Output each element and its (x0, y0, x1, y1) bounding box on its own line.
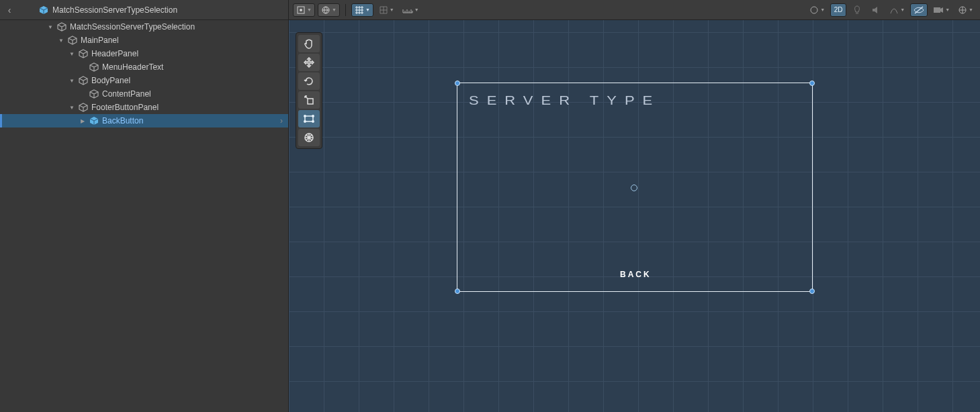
visibility-button[interactable] (910, 3, 928, 17)
lightbulb-icon (853, 5, 861, 15)
lighting-button[interactable] (849, 3, 865, 17)
ruler-button[interactable]: ▼ (400, 3, 422, 17)
gameobject-cube-icon (57, 22, 66, 32)
transform-icon (304, 132, 314, 143)
shading-mode-button[interactable]: ▼ (293, 3, 315, 17)
audio-icon (871, 5, 881, 15)
expand-right-icon[interactable] (79, 117, 86, 124)
hierarchy-row[interactable]: MenuHeaderText (0, 60, 288, 74)
gameobject-cube-icon (79, 49, 88, 58)
back-icon[interactable]: ‹ (0, 5, 19, 15)
hierarchy-row[interactable]: HeaderPanel (0, 47, 288, 60)
move-tool-button[interactable] (298, 54, 320, 71)
chevron-down-icon: ▼ (969, 7, 973, 12)
expand-down-icon[interactable] (69, 104, 75, 111)
svg-point-1 (300, 9, 302, 11)
gizmo-icon (958, 5, 967, 15)
gameobject-cube-icon (79, 76, 88, 85)
tool-palette (296, 32, 322, 149)
transform-tool-button[interactable] (298, 129, 320, 146)
svg-point-3 (811, 7, 817, 13)
grid-snap-button[interactable]: ▼ (351, 3, 373, 17)
ruler-icon (402, 6, 413, 14)
camera-button[interactable]: ▼ (930, 3, 952, 17)
rect-tool-button[interactable] (298, 110, 320, 127)
grid-dots-icon (379, 5, 388, 15)
prefab-cube-icon (89, 116, 99, 125)
pivot-gizmo[interactable] (631, 185, 637, 191)
scene-view[interactable]: SERVER TYPE BACK (289, 20, 980, 412)
svg-rect-8 (305, 116, 313, 121)
hierarchy-item-label: BodyPanel (91, 76, 130, 85)
hand-tool-button[interactable] (298, 35, 320, 52)
gameobject-cube-icon (79, 103, 88, 112)
grid-icon (355, 5, 364, 15)
hierarchy-row[interactable]: MatchSessionServerTypeSelection (0, 20, 288, 34)
hierarchy-item-label: MenuHeaderText (102, 62, 163, 72)
hierarchy-item-label: FooterButtonPanel (91, 103, 159, 112)
hierarchy-row[interactable]: BackButton› (0, 114, 288, 127)
expand-down-icon[interactable] (69, 50, 75, 57)
chevron-down-icon: ▼ (307, 7, 312, 12)
hierarchy-item-label: MatchSessionServerTypeSelection (70, 22, 195, 32)
svg-rect-7 (308, 99, 313, 104)
globe-icon (321, 5, 330, 15)
prefab-title: MatchSessionServerTypeSelection (52, 5, 177, 15)
gameobject-cube-icon (89, 89, 99, 99)
debug-draw-button[interactable]: ▼ (807, 3, 828, 17)
expand-down-icon[interactable] (69, 77, 75, 84)
back-button-label: BACK (620, 270, 652, 279)
open-prefab-icon[interactable]: › (280, 116, 283, 125)
chevron-down-icon: ▼ (365, 7, 370, 12)
expand-placeholder (79, 91, 86, 97)
svg-point-10 (312, 115, 314, 117)
hierarchy-row[interactable]: MainPanel (0, 34, 288, 47)
fx-button[interactable]: ▼ (887, 3, 907, 17)
eye-off-icon (914, 6, 924, 14)
camera-icon (933, 6, 944, 14)
2d-mode-button[interactable]: 2D (830, 3, 846, 17)
prefab-cube-icon (39, 5, 48, 15)
move-icon (304, 57, 314, 68)
hierarchy-item-label: ContentPanel (102, 89, 151, 99)
hierarchy-row[interactable]: FooterButtonPanel (0, 101, 288, 114)
menu-header-text: SERVER TYPE (469, 93, 660, 108)
rotate-tool-button[interactable] (298, 72, 320, 90)
svg-point-9 (304, 115, 306, 117)
2d-label: 2D (834, 6, 843, 13)
svg-rect-5 (934, 7, 940, 13)
hierarchy-header: ‹ MatchSessionServerTypeSelection (0, 0, 289, 20)
svg-point-12 (312, 121, 314, 122)
chevron-down-icon: ▼ (390, 7, 394, 12)
gameobject-cube-icon (68, 36, 77, 45)
hand-icon (304, 38, 314, 49)
handle-bottom-right[interactable] (809, 289, 815, 294)
chevron-down-icon: ▼ (900, 7, 905, 12)
gizmos-button[interactable]: ▼ (955, 3, 976, 17)
box-icon (296, 5, 306, 15)
chevron-down-icon: ▼ (945, 7, 950, 12)
expand-down-icon[interactable] (58, 37, 64, 44)
rect-icon (304, 113, 314, 124)
hierarchy-item-label: BackButton (102, 116, 143, 125)
hierarchy-item-label: MainPanel (81, 36, 119, 45)
hierarchy-row[interactable]: ContentPanel (0, 87, 288, 101)
expand-down-icon[interactable] (47, 23, 54, 30)
hierarchy-row[interactable]: BodyPanel (0, 74, 288, 87)
handle-top-right[interactable] (809, 81, 815, 86)
audio-button[interactable] (868, 3, 884, 17)
expand-placeholder (79, 64, 86, 70)
hierarchy-item-label: HeaderPanel (91, 49, 138, 58)
circle-icon (809, 5, 819, 15)
chevron-down-icon: ▼ (820, 7, 825, 12)
scale-tool-button[interactable] (298, 91, 320, 109)
chevron-down-icon: ▼ (332, 7, 337, 12)
scale-icon (304, 95, 314, 105)
chevron-down-icon: ▼ (414, 7, 419, 12)
fx-icon (889, 5, 899, 15)
draw-mode-button[interactable]: ▼ (318, 3, 340, 17)
handle-bottom-left[interactable] (455, 289, 460, 294)
hierarchy-panel[interactable]: MatchSessionServerTypeSelectionMainPanel… (0, 20, 289, 412)
snap-increment-button[interactable]: ▼ (376, 3, 397, 17)
handle-top-left[interactable] (455, 81, 460, 86)
